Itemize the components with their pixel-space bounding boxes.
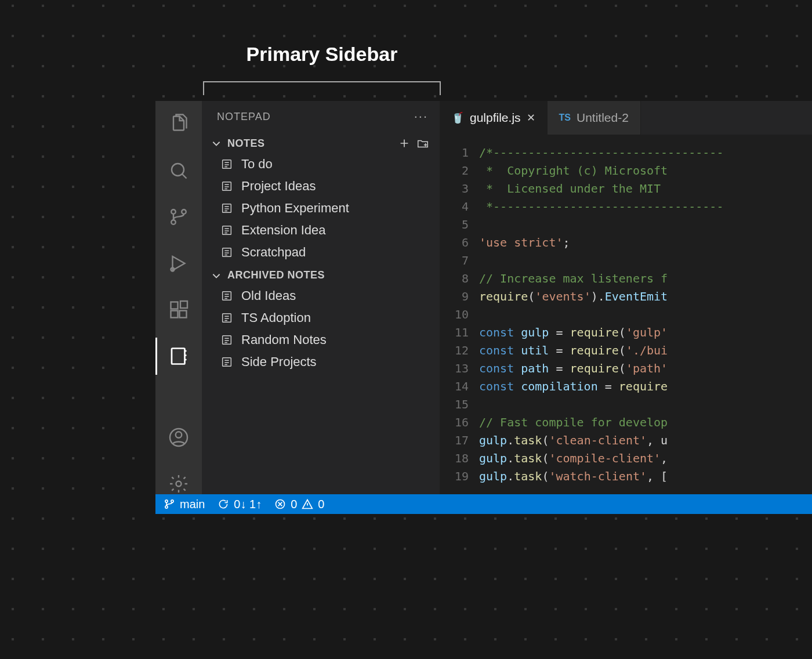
gulp-icon: 🥤 bbox=[451, 111, 464, 124]
code-line: // Increase max listeners f bbox=[479, 270, 723, 288]
line-number: 19 bbox=[440, 468, 469, 486]
note-item[interactable]: Python Experiment bbox=[202, 197, 440, 219]
svg-rect-8 bbox=[180, 301, 187, 308]
note-item[interactable]: Random Notes bbox=[202, 329, 440, 351]
code-line: * Copyright (c) Microsoft bbox=[479, 162, 723, 180]
error-icon bbox=[274, 498, 286, 510]
code-line: * Licensed under the MIT bbox=[479, 180, 723, 198]
code-line: 'use strict'; bbox=[479, 234, 723, 252]
code-area[interactable]: 12345678910111213141516171819 /*--------… bbox=[440, 135, 812, 513]
code-line: require('events').EventEmit bbox=[479, 288, 723, 306]
tab-gulpfile[interactable]: 🥤 gulpfile.js ✕ bbox=[440, 101, 548, 135]
note-label: To do bbox=[241, 157, 273, 172]
activity-account[interactable] bbox=[155, 414, 202, 461]
branch-icon bbox=[168, 207, 189, 227]
line-number: 15 bbox=[440, 396, 469, 414]
svg-point-23 bbox=[171, 500, 173, 502]
activity-notepad[interactable] bbox=[155, 333, 202, 379]
new-folder-icon[interactable] bbox=[416, 137, 429, 150]
code-line: const gulp = require('gulp' bbox=[479, 324, 723, 342]
svg-rect-6 bbox=[171, 311, 178, 318]
note-label: TS Adoption bbox=[241, 310, 311, 325]
add-icon[interactable] bbox=[398, 137, 411, 150]
note-item[interactable]: Project Ideas bbox=[202, 175, 440, 197]
typescript-icon: TS bbox=[559, 113, 571, 123]
code-line bbox=[479, 216, 723, 234]
note-item[interactable]: Extension Idea bbox=[202, 219, 440, 241]
sidebar-more-icon[interactable]: ··· bbox=[414, 109, 428, 124]
account-icon bbox=[168, 427, 189, 448]
code-line: gulp.task('compile-client', bbox=[479, 450, 723, 468]
sync-icon bbox=[217, 498, 229, 510]
note-item[interactable]: TS Adoption bbox=[202, 307, 440, 329]
tabs: 🥤 gulpfile.js ✕ TS Untitled-2 bbox=[440, 101, 812, 135]
code-line: *--------------------------------- bbox=[479, 198, 723, 216]
sync-text: 0↓ 1↑ bbox=[234, 498, 262, 511]
line-number: 18 bbox=[440, 450, 469, 468]
status-branch[interactable]: main bbox=[164, 498, 205, 511]
tab-label: gulpfile.js bbox=[470, 111, 521, 125]
chevron-down-icon bbox=[211, 138, 222, 149]
line-number: 4 bbox=[440, 198, 469, 216]
status-bar: main 0↓ 1↑ 0 0 bbox=[155, 494, 812, 514]
chevron-down-icon bbox=[211, 270, 222, 281]
tab-untitled[interactable]: TS Untitled-2 bbox=[548, 101, 641, 135]
extensions-icon bbox=[168, 299, 189, 320]
warning-icon bbox=[302, 498, 313, 510]
note-label: Random Notes bbox=[241, 332, 327, 347]
line-number: 7 bbox=[440, 252, 469, 270]
line-number: 2 bbox=[440, 162, 469, 180]
note-label: Python Experiment bbox=[241, 201, 349, 216]
primary-sidebar: NOTEPAD ··· NOTES To doProject IdeasPyth… bbox=[202, 101, 440, 513]
search-icon bbox=[168, 160, 189, 181]
note-label: Scratchpad bbox=[241, 245, 306, 260]
code-line bbox=[479, 306, 723, 324]
svg-rect-9 bbox=[172, 349, 185, 364]
note-item[interactable]: Old Ideas bbox=[202, 285, 440, 307]
close-icon[interactable]: ✕ bbox=[527, 111, 535, 124]
activity-source-control[interactable] bbox=[155, 194, 202, 240]
svg-point-12 bbox=[176, 481, 182, 487]
section-notes: NOTES To doProject IdeasPython Experimen… bbox=[202, 131, 440, 263]
status-sync[interactable]: 0↓ 1↑ bbox=[217, 498, 262, 511]
gear-icon bbox=[168, 473, 189, 494]
svg-point-0 bbox=[172, 164, 184, 176]
line-number: 3 bbox=[440, 180, 469, 198]
svg-point-3 bbox=[171, 220, 176, 225]
branch-name: main bbox=[180, 498, 205, 511]
code-content[interactable]: /*--------------------------------- * Co… bbox=[479, 135, 723, 513]
note-label: Old Ideas bbox=[241, 288, 296, 303]
annotation-bracket bbox=[203, 81, 441, 95]
line-number: 16 bbox=[440, 414, 469, 432]
sidebar-header: NOTEPAD ··· bbox=[202, 101, 440, 131]
status-errors[interactable]: 0 0 bbox=[274, 498, 324, 511]
line-number: 8 bbox=[440, 270, 469, 288]
section-notes-header[interactable]: NOTES bbox=[202, 131, 440, 153]
svg-point-1 bbox=[171, 209, 176, 214]
activity-run-debug[interactable] bbox=[155, 240, 202, 287]
line-number: 9 bbox=[440, 288, 469, 306]
notes-list: To doProject IdeasPython ExperimentExten… bbox=[202, 153, 440, 263]
error-count: 0 bbox=[291, 498, 297, 511]
editor-area: 🥤 gulpfile.js ✕ TS Untitled-2 1234567891… bbox=[440, 101, 812, 513]
note-label: Project Ideas bbox=[241, 179, 316, 194]
code-line: const util = require('./bui bbox=[479, 342, 723, 360]
line-number: 12 bbox=[440, 342, 469, 360]
line-number: 13 bbox=[440, 360, 469, 378]
activity-explorer[interactable] bbox=[155, 101, 202, 147]
branch-icon bbox=[164, 498, 175, 510]
note-label: Side Projects bbox=[241, 354, 317, 370]
note-item[interactable]: Side Projects bbox=[202, 351, 440, 373]
note-label: Extension Idea bbox=[241, 223, 326, 238]
code-line: /*--------------------------------- bbox=[479, 144, 723, 162]
note-item[interactable]: Scratchpad bbox=[202, 241, 440, 263]
code-line bbox=[479, 252, 723, 270]
activity-search[interactable] bbox=[155, 147, 202, 194]
svg-rect-5 bbox=[171, 302, 178, 309]
files-icon bbox=[168, 114, 189, 135]
archived-list: Old IdeasTS AdoptionRandom NotesSide Pro… bbox=[202, 285, 440, 373]
section-archived-header[interactable]: ARCHIVED NOTES bbox=[202, 263, 440, 285]
section-archived-title: ARCHIVED NOTES bbox=[227, 269, 325, 281]
note-item[interactable]: To do bbox=[202, 153, 440, 175]
activity-extensions[interactable] bbox=[155, 287, 202, 333]
